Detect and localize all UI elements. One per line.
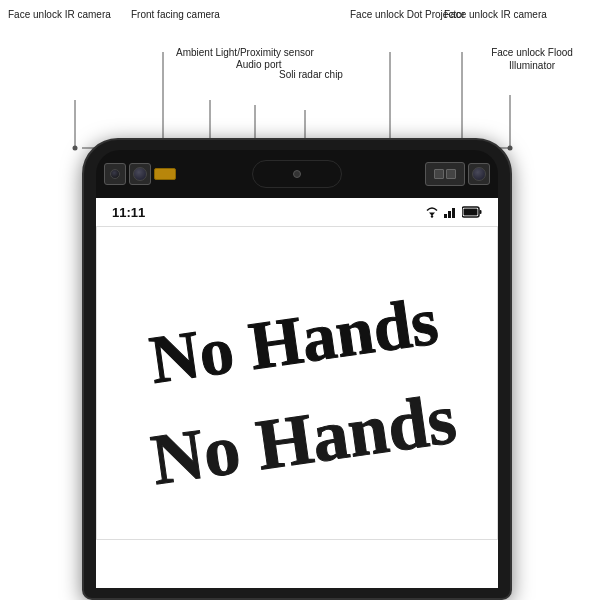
- battery-icon: [462, 206, 482, 218]
- screen-content: No Hands No Hands: [96, 226, 498, 540]
- dot-projector: [434, 169, 444, 179]
- status-bar: 11:11: [96, 198, 498, 226]
- svg-point-18: [431, 215, 433, 217]
- label-face-unlock-ir-left: Face unlock IR camera: [8, 8, 111, 21]
- label-face-unlock-flood: Face unlock Flood Illuminator: [470, 46, 594, 72]
- face-unlock-ir-cam-left: [104, 163, 126, 185]
- speaker-dot: [293, 170, 301, 178]
- handwriting-svg: No Hands No Hands: [107, 243, 487, 523]
- dot-projector-box: [425, 162, 465, 186]
- label-soli-radar: Soli radar chip: [279, 68, 343, 81]
- svg-text:No Hands: No Hands: [147, 378, 461, 500]
- phone-body: 11:11: [82, 138, 512, 600]
- signal-icon: [444, 206, 458, 218]
- svg-rect-23: [464, 209, 478, 216]
- face-unlock-ir-cam-right: [468, 163, 490, 185]
- ambient-light-sensor: [154, 168, 176, 180]
- svg-rect-24: [480, 210, 482, 214]
- svg-rect-21: [452, 208, 455, 218]
- svg-rect-19: [444, 214, 447, 218]
- status-time: 11:11: [112, 205, 145, 220]
- svg-rect-20: [448, 211, 451, 218]
- labels-area: Face unlock IR camera Front facing camer…: [0, 0, 594, 155]
- front-facing-cam: [129, 163, 151, 185]
- wifi-icon: [424, 206, 440, 218]
- label-audio-port: Audio port: [236, 58, 282, 71]
- ir-lens-left: [110, 169, 120, 179]
- diagram-container: Face unlock IR camera Front facing camer…: [0, 0, 594, 600]
- screen-wrapper: 11:11: [96, 198, 498, 588]
- flood-illuminator: [446, 169, 456, 179]
- phone: 11:11: [82, 138, 512, 600]
- front-cam-lens: [133, 167, 147, 181]
- left-camera-cluster: [104, 163, 176, 185]
- svg-text:No Hands: No Hands: [145, 282, 442, 397]
- status-icons: [424, 206, 482, 218]
- label-face-unlock-ir-right: Face unlock IR camera: [444, 8, 547, 21]
- notch-bar: [96, 150, 498, 198]
- label-front-facing-camera: Front facing camera: [131, 8, 220, 21]
- ir-lens-right: [472, 167, 486, 181]
- right-camera-cluster: [425, 162, 490, 186]
- center-speaker-notch: [252, 160, 342, 188]
